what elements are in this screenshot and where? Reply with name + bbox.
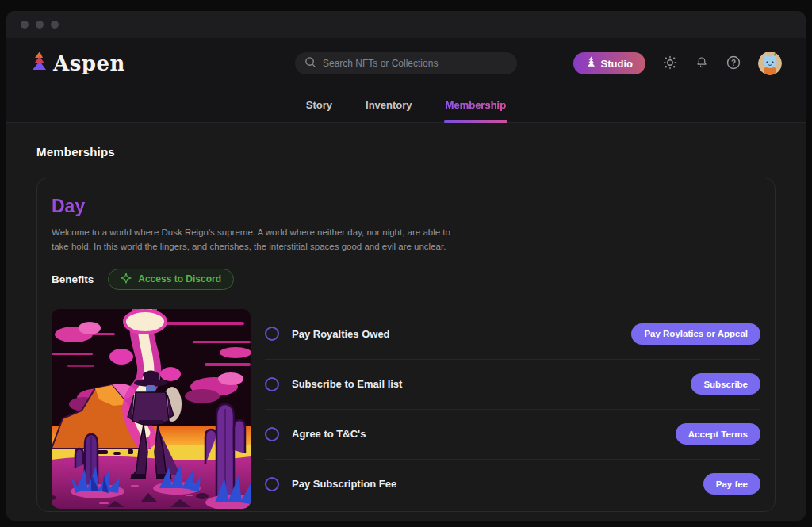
tab-membership[interactable]: Membership <box>444 99 508 122</box>
window-dot-1[interactable] <box>21 21 29 29</box>
task-row-agree-terms: Agree to T&C's Accept Terms <box>265 409 760 459</box>
benefit-label: Access to Discord <box>138 273 221 285</box>
accept-terms-button[interactable]: Accept Terms <box>676 423 760 445</box>
active-tab-underline <box>444 120 508 123</box>
window-dot-2[interactable] <box>36 21 44 29</box>
studio-button-label: Studio <box>601 58 633 70</box>
search-bar[interactable] <box>295 52 517 74</box>
page-title: Memberships <box>36 145 776 158</box>
task-row-pay-royalties: Pay Royalties Owed Pay Roylaties or Appe… <box>265 309 760 359</box>
theme-toggle-button[interactable] <box>663 55 677 72</box>
task-checkbox[interactable] <box>265 377 279 391</box>
logo-text: Aspen <box>53 52 125 75</box>
aspen-logo[interactable]: Aspen <box>30 51 125 76</box>
aspen-tree-icon <box>30 51 47 76</box>
app-header: Aspen Studio <box>6 38 806 89</box>
collection-tabs: Story Inventory Membership <box>6 89 806 123</box>
task-checkbox[interactable] <box>265 327 279 341</box>
search-icon <box>304 56 316 71</box>
task-row-subscribe-email: Subscribe to Email list Subscribe <box>265 359 760 409</box>
help-button[interactable]: ? <box>726 55 741 72</box>
app-window: Aspen Studio <box>6 11 806 521</box>
membership-card-day: Day Welcome to a world where Dusk Reign'… <box>36 178 776 512</box>
user-avatar[interactable] <box>758 52 782 75</box>
subscribe-button[interactable]: Subscribe <box>691 373 760 395</box>
task-label: Pay Subscription Fee <box>292 478 396 490</box>
window-dot-3[interactable] <box>51 21 59 29</box>
studio-tree-icon <box>586 56 596 71</box>
benefits-row: Benefits Access to Discord <box>52 269 760 290</box>
tab-inventory[interactable]: Inventory <box>364 99 414 122</box>
task-row-pay-subscription: Pay Subscription Fee Pay fee <box>265 459 760 509</box>
task-checkbox[interactable] <box>265 427 279 441</box>
bell-icon <box>695 55 709 72</box>
search-input[interactable] <box>323 58 508 69</box>
sun-icon <box>663 55 677 72</box>
membership-body: Pay Royalties Owed Pay Roylaties or Appe… <box>52 309 760 509</box>
membership-description: Welcome to a world where Dusk Reign's su… <box>52 225 452 254</box>
help-icon: ? <box>726 55 741 72</box>
tab-story[interactable]: Story <box>304 99 334 122</box>
task-checkbox[interactable] <box>265 477 279 491</box>
task-label: Pay Royalties Owed <box>292 328 390 340</box>
tab-membership-label: Membership <box>446 99 507 111</box>
memberships-page: Memberships Day Welcome to a world where… <box>6 123 806 521</box>
pay-royalties-button[interactable]: Pay Roylaties or Appeal <box>631 323 760 345</box>
benefit-access-to-discord[interactable]: Access to Discord <box>108 269 234 290</box>
benefits-label: Benefits <box>52 273 94 285</box>
studio-button[interactable]: Studio <box>573 52 645 74</box>
sparkle-icon <box>121 273 132 286</box>
membership-task-list: Pay Royalties Owed Pay Roylaties or Appe… <box>265 309 760 509</box>
task-label: Subscribe to Email list <box>292 378 402 390</box>
psychedelic-desert-cowboy-artwork <box>52 309 251 509</box>
window-titlebar <box>6 11 806 38</box>
header-actions: Studio <box>573 52 782 75</box>
notifications-button[interactable] <box>695 55 709 72</box>
membership-name: Day <box>52 196 760 217</box>
task-label: Agree to T&C's <box>292 428 366 440</box>
pay-fee-button[interactable]: Pay fee <box>703 473 760 495</box>
svg-text:?: ? <box>731 58 736 67</box>
